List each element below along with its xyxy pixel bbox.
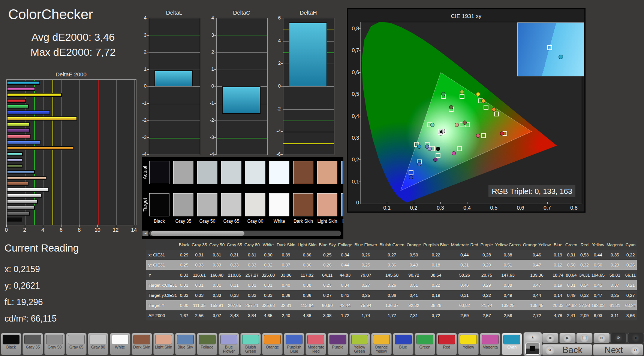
tick-mark <box>97 225 98 227</box>
cell-target-y-foliage: 42,44 <box>337 300 353 310</box>
palette-button-gray-65[interactable]: Gray 65 <box>66 333 87 355</box>
deltal-chart <box>149 18 200 155</box>
deltal-tick-3: 3 <box>137 32 147 38</box>
deltae2000-chart-title: DeltaE 2000 <box>6 71 136 77</box>
swatch-label-gray-50: Gray 50 <box>195 219 220 224</box>
pattern-window-button[interactable] <box>525 343 540 355</box>
palette-button-blue-sky[interactable]: Blue Sky <box>175 333 196 355</box>
cell-target-y-blue-sky: 60,90 <box>318 300 337 310</box>
cell--e-2000-black: 1,67 <box>178 310 190 320</box>
refresh-button[interactable]: ⟳ <box>610 333 627 343</box>
row-label: x: CIE31 <box>146 250 178 260</box>
tick-mark <box>116 225 116 227</box>
palette-button-magenta[interactable]: Magenta <box>480 333 500 355</box>
palette-label-red: Red <box>437 345 456 355</box>
swatch-label-white: White <box>267 219 292 224</box>
cell-target-y-cie31-bluish-green: 0,36 <box>378 290 405 300</box>
cell-x-cie31-red: 0,53 <box>578 250 591 260</box>
cie-y-tick-6: 0,6 <box>349 69 359 75</box>
row-label: Target Y <box>146 300 178 310</box>
palette-chip-cyan <box>503 335 520 344</box>
record-button[interactable]: ● <box>628 333 644 343</box>
column-header-green: Green <box>564 240 578 250</box>
measured-patch-preview <box>517 22 584 76</box>
measurement-data-table: BlackGray 35Gray 50Gray 65Gray 80WhiteDa… <box>146 240 637 320</box>
cell-y-cie31-white: 0,32 <box>261 260 276 270</box>
back-chevron-icon: « <box>545 346 554 355</box>
palette-button-red[interactable]: Red <box>436 333 457 355</box>
column-header-bluish-green: Bluish Green <box>378 240 405 250</box>
current-reading-y: y: 0,2621 <box>4 281 40 291</box>
palette-button-moderate-red[interactable]: Moderate Red <box>306 333 326 355</box>
bar-gray-65 <box>7 200 38 204</box>
cell-target-x-cie31-yellow-green: 0,38 <box>494 280 522 290</box>
swatch-scrollbar-thumb[interactable] <box>151 231 244 236</box>
tick-mark <box>147 86 149 86</box>
cell--e-2000-orange: 7,31 <box>406 310 422 320</box>
deltae-axis-tick-6: 6 <box>57 227 65 233</box>
scroll-left-arrow-icon[interactable]: ◄ <box>142 231 148 236</box>
palette-button-purplish-blue[interactable]: Purplish Blue <box>284 333 304 355</box>
palette-button-gray-35[interactable]: Gray 35 <box>22 333 43 355</box>
cie-x-tick-7: 0,7 <box>542 205 553 211</box>
palette-button-cyan[interactable]: Cyan <box>502 333 522 355</box>
palette-chip-gray-65 <box>68 335 85 344</box>
gridline <box>43 80 43 225</box>
cell-y-gray-35: 116,61 <box>190 270 208 280</box>
gridline <box>61 80 62 225</box>
swatch-label-gray-35: Gray 35 <box>171 219 196 224</box>
deltah-chart-title: DeltaH <box>282 9 334 16</box>
palette-button-orange-yellow[interactable]: Orange Yellow <box>371 333 392 355</box>
tick-mark <box>467 202 467 204</box>
palette-button-yellow[interactable]: Yellow <box>458 333 479 355</box>
pattern-up-button[interactable]: ▲ <box>525 333 540 341</box>
palette-chip-orange <box>264 335 281 344</box>
deltae-axis-tick-14: 14 <box>130 227 138 233</box>
palette-label-cyan: Cyan <box>502 345 521 355</box>
bar-cyan <box>7 81 40 85</box>
palette-button-green[interactable]: Green <box>415 333 435 355</box>
cell-target-y-cie31-moderate-red: 0,31 <box>450 290 479 300</box>
cell-target-y-gray-50: 159,91 <box>208 300 226 310</box>
cell-y-blue-flower: 79,07 <box>353 270 379 280</box>
palette-chip-green <box>416 335 433 344</box>
palette-button-foliage[interactable]: Foliage <box>197 333 217 355</box>
palette-button-orange[interactable]: Orange <box>262 333 283 355</box>
play-button[interactable]: ▶ <box>559 333 576 343</box>
palette-button-yellow-green[interactable]: Yellow Green <box>349 333 370 355</box>
column-header-magenta: Magenta <box>605 240 625 250</box>
tick-mark <box>61 225 61 227</box>
palette-button-white[interactable]: White <box>110 333 130 355</box>
cell-y-cie31-light-skin: 0,36 <box>297 260 318 270</box>
measure-series-button[interactable]: [··] <box>576 333 593 343</box>
table-row--e-2000: ΔE 20001,672,563,073,433,844,652,404,383… <box>146 310 637 320</box>
palette-button-blue-flower[interactable]: Blue Flower <box>219 333 239 355</box>
cell-y-dark-skin: 33,06 <box>276 270 297 280</box>
deltal-tick--2: -2 <box>137 117 147 123</box>
palette-button-dark-skin[interactable]: Dark Skin <box>132 333 152 355</box>
palette-chip-foliage <box>199 335 216 344</box>
stop-button[interactable]: ■ <box>542 333 559 343</box>
cell-y-orange: 90,72 <box>406 270 422 280</box>
bar-green <box>7 104 29 109</box>
measure-continuous-button[interactable]: ∞ <box>593 333 610 343</box>
cell-target-y-orange-yellow: 138,45 <box>522 300 552 310</box>
palette-button-blue[interactable]: Blue <box>393 333 413 355</box>
tick-mark <box>281 109 283 109</box>
palette-button-purple[interactable]: Purple <box>328 333 348 355</box>
palette-button-black[interactable]: Black <box>1 333 21 355</box>
palette-label-gray-35: Gray 35 <box>23 345 42 355</box>
cell-target-y-cie31-gray-35: 0,33 <box>190 290 208 300</box>
cell--e-2000-blue-flower: 1,74 <box>353 310 379 320</box>
palette-button-bluish-green[interactable]: Bluish Green <box>240 333 261 355</box>
palette-button-light-skin[interactable]: Light Skin <box>153 333 174 355</box>
cell-x-cie31-gray-80: 0,31 <box>243 250 261 260</box>
column-header-red: Red <box>578 240 591 250</box>
palette-button-gray-50[interactable]: Gray 50 <box>44 333 65 355</box>
table-corner-cell <box>146 240 178 250</box>
next-button[interactable]: Next » <box>593 344 643 356</box>
palette-button-gray-80[interactable]: Gray 80 <box>88 333 108 355</box>
cell-target-y-bluish-green: 136,37 <box>378 300 405 310</box>
measured-point-purplish-blue <box>417 162 421 166</box>
back-button[interactable]: « Back <box>542 344 592 356</box>
